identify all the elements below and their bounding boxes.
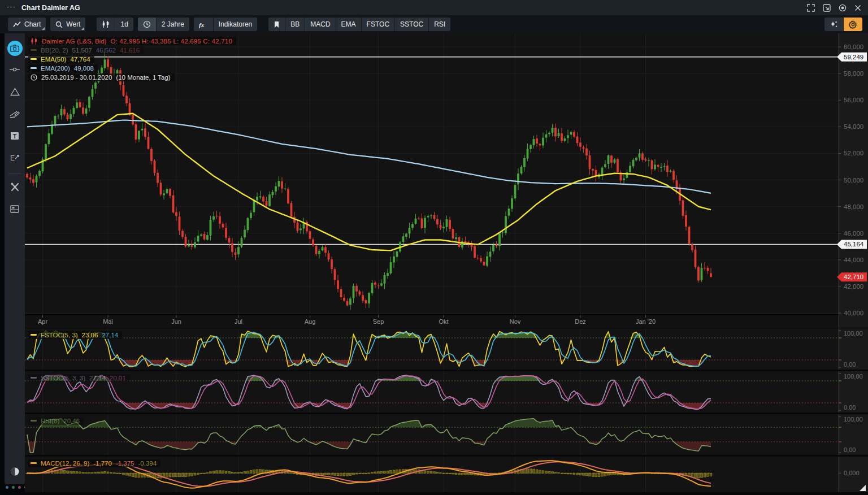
svg-text:58,000: 58,000	[844, 70, 863, 77]
text-tool-button[interactable]: T	[6, 127, 23, 144]
rsi-panel-canvas[interactable]: 100,000,00	[25, 414, 868, 455]
preset-sstoc[interactable]: SSTOC	[395, 18, 429, 31]
chart-type-label: Chart	[24, 20, 41, 28]
toolbar: Chart Wert 1d	[0, 15, 868, 33]
settings-group	[824, 18, 862, 31]
svg-text:54,000: 54,000	[844, 123, 863, 130]
svg-text:0,00: 0,00	[844, 446, 856, 453]
text-icon: T	[10, 132, 19, 140]
svg-text:48,000: 48,000	[844, 203, 863, 210]
svg-text:0,00: 0,00	[844, 404, 856, 411]
svg-text:40,000: 40,000	[844, 310, 863, 316]
preset-ema[interactable]: EMA	[336, 18, 362, 31]
indicators-group: fx Indikatoren	[194, 18, 257, 31]
svg-text:56,000: 56,000	[844, 97, 863, 103]
sstoc-panel-canvas[interactable]: 100,000,00	[25, 371, 868, 412]
svg-text:52,000: 52,000	[844, 150, 863, 157]
svg-text:fx: fx	[199, 21, 205, 28]
svg-text:50,000: 50,000	[844, 177, 863, 184]
chart-application-window: ··· Chart Daimler AG Chart	[0, 0, 868, 495]
draw-lines-tool-button[interactable]	[6, 105, 23, 122]
layers-icon	[10, 205, 19, 213]
svg-text:42,000: 42,000	[844, 283, 863, 290]
window-title: Chart Daimler AG	[21, 4, 80, 12]
main-chart-canvas[interactable]: AprMaiJunJulAugSepOktNovDezJan '2040,000…	[25, 33, 868, 328]
svg-text:Jul: Jul	[235, 318, 242, 325]
range-clock-button[interactable]	[138, 18, 157, 31]
fx-icon: fx	[199, 21, 208, 28]
instrument-search-button[interactable]: Wert	[50, 18, 85, 31]
svg-text:Mai: Mai	[103, 318, 113, 325]
preset-bb[interactable]: BB	[285, 18, 305, 31]
fullscreen-icon[interactable]	[807, 4, 815, 12]
measure-icon	[10, 67, 20, 72]
svg-text:0,00: 0,00	[844, 361, 856, 368]
svg-text:T: T	[13, 132, 17, 139]
svg-text:Jun: Jun	[171, 318, 181, 325]
fx-button[interactable]: fx	[194, 18, 214, 31]
preset-rsi[interactable]: RSI	[429, 18, 450, 31]
shape-tool-button[interactable]	[6, 83, 23, 100]
preset-macd[interactable]: MACD	[305, 18, 336, 31]
tools-icon	[10, 183, 20, 192]
tools-settings-button[interactable]	[6, 179, 23, 196]
dropdown-corner	[81, 27, 84, 30]
bookmark-button[interactable]	[268, 18, 285, 31]
svg-text:59,249: 59,249	[844, 54, 863, 60]
dot-blue[interactable]	[6, 486, 8, 489]
events-icon: E	[10, 154, 20, 162]
svg-text:60,000: 60,000	[844, 44, 863, 50]
interval-group: 1d	[97, 18, 133, 31]
interval-label: 1d	[120, 20, 128, 28]
svg-text:100,00: 100,00	[844, 416, 863, 423]
bookmark-icon	[274, 21, 280, 28]
camera-icon	[10, 45, 19, 52]
contrast-toggle-button[interactable]	[5, 467, 25, 476]
svg-text:44,000: 44,000	[844, 257, 863, 263]
search-icon	[55, 21, 63, 28]
svg-text:45,164: 45,164	[844, 241, 864, 248]
contrast-icon	[10, 467, 20, 476]
indicators-label: Indikatoren	[219, 20, 252, 28]
indicators-button[interactable]: Indikatoren	[214, 18, 257, 31]
close-icon[interactable]	[854, 5, 861, 11]
dropdown-corner	[42, 27, 45, 30]
svg-text:42,710: 42,710	[844, 273, 863, 280]
settings-button[interactable]	[844, 18, 862, 31]
chart-type-button[interactable]: Chart	[8, 18, 46, 31]
svg-text:0,000: 0,000	[844, 470, 860, 476]
gear-icon	[849, 20, 857, 29]
range-group: 2 Jahre	[138, 18, 189, 31]
drawing-toolbar: T E	[5, 33, 25, 484]
dot-green[interactable]	[12, 486, 15, 489]
svg-text:Nov: Nov	[510, 318, 521, 325]
macd-panel-canvas[interactable]: 0,000	[25, 457, 868, 492]
camera-tool-button[interactable]	[7, 41, 23, 56]
svg-text:46,000: 46,000	[844, 230, 863, 237]
fstoc-panel-canvas[interactable]: 100,000,00	[25, 328, 868, 370]
range-button[interactable]: 2 Jahre	[157, 18, 189, 31]
candle-style-button[interactable]	[97, 18, 115, 31]
preset-fstoc[interactable]: FSTOC	[362, 18, 395, 31]
magic-button[interactable]	[824, 18, 844, 31]
svg-text:Apr: Apr	[38, 318, 47, 325]
interval-button[interactable]: 1d	[115, 18, 133, 31]
instrument-search-label: Wert	[66, 20, 80, 28]
sidebar-divider	[8, 173, 21, 173]
popout-icon[interactable]	[823, 4, 831, 12]
measure-tool-button[interactable]	[6, 61, 23, 78]
svg-text:Sep: Sep	[373, 318, 384, 325]
title-bar: ··· Chart Daimler AG	[0, 0, 868, 15]
trend-lines-icon	[10, 110, 20, 118]
window-menu-icon[interactable]: ···	[7, 2, 16, 11]
record-icon[interactable]	[839, 4, 847, 12]
indicator-presets-group: BB MACD EMA FSTOC SSTOC RSI	[268, 18, 450, 31]
candles-icon	[102, 20, 110, 28]
dot-red[interactable]	[18, 486, 21, 489]
svg-text:Aug: Aug	[305, 318, 316, 325]
layout-tool-button[interactable]	[6, 201, 23, 218]
svg-text:100,00: 100,00	[844, 330, 863, 337]
events-tool-button[interactable]: E	[6, 149, 23, 166]
svg-text:E: E	[10, 154, 15, 162]
svg-text:100,00: 100,00	[844, 373, 863, 380]
